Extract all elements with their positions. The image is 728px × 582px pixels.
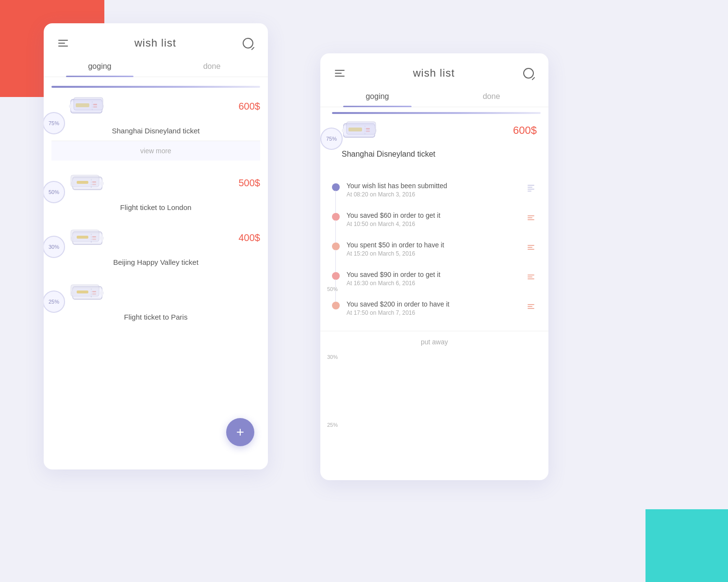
left-phone-card: wish list goging done 75% [44, 23, 268, 469]
ticket-icon-3 [69, 226, 104, 249]
progress-badge-3: 30% [44, 236, 65, 258]
ticket-icon-2 [69, 171, 104, 194]
right-tab-done[interactable]: done [434, 87, 548, 107]
right-phone-card: wish list goging done 75% [320, 53, 548, 480]
svg-rect-26 [71, 230, 99, 242]
svg-point-6 [69, 104, 73, 108]
right-tab-goging[interactable]: goging [320, 87, 434, 107]
right-progress-badge: 75% [320, 128, 343, 150]
timeline-dot-3 [332, 242, 340, 250]
timeline-dot-1 [332, 183, 340, 191]
svg-rect-8 [74, 97, 103, 110]
svg-rect-44 [347, 122, 376, 134]
view-more-btn[interactable]: view more [51, 141, 260, 161]
right-menu-icon[interactable] [335, 70, 345, 77]
expand-bar-1 [51, 86, 260, 88]
search-icon[interactable] [243, 38, 253, 48]
item-price-3: 400$ [239, 232, 261, 243]
list-item-3[interactable]: 30% 400$ Beijing Happy Valley ticket [51, 221, 260, 272]
tab-goging[interactable]: goging [44, 57, 156, 77]
svg-rect-17 [71, 175, 99, 187]
timeline-content-3: You spent $50 in order to have it At 15:… [347, 241, 519, 257]
left-tabs: goging done [44, 57, 268, 77]
timeline: Your wish list has been submitted At 08:… [320, 167, 548, 331]
list-item-2[interactable]: 50% 500$ Flight ticket to London [51, 166, 260, 217]
timeline-dot-5 [332, 302, 340, 309]
timeline-item-1: Your wish list has been submitted At 08:… [332, 175, 537, 205]
right-title: wish list [413, 67, 455, 80]
left-list: 75% 600$ Sha [44, 77, 268, 336]
progress-badge-4: 25% [44, 291, 65, 313]
svg-point-34 [100, 291, 104, 295]
ticket-icon-4 [69, 281, 104, 304]
right-item-name: Shanghai Disneyland ticket [332, 147, 541, 165]
right-side-badge-50: 50% [325, 286, 340, 292]
item-name-3: Beijing Happy Valley ticket [51, 254, 260, 272]
timeline-dot-2 [332, 213, 340, 221]
right-header: wish list [320, 53, 548, 87]
corner-teal-accent [645, 509, 728, 582]
right-ticket-icon [342, 119, 377, 142]
item-name-1: Shanghai Disneyland ticket [51, 123, 260, 141]
put-away-btn[interactable]: put away [320, 331, 548, 353]
lines-icon-4 [526, 272, 537, 282]
timeline-dot-4 [332, 272, 340, 280]
item-name-4: Flight ticket to Paris [51, 309, 260, 327]
svg-point-16 [100, 181, 104, 185]
timeline-item-3: You spent $50 in order to have it At 15:… [332, 234, 537, 264]
timeline-item-2: You saved $60 in order to get it At 10:5… [332, 205, 537, 234]
tab-done[interactable]: done [156, 57, 268, 77]
lines-icon-2 [526, 212, 537, 223]
timeline-item-4: You saved $90 in order to get it At 16:3… [332, 264, 537, 293]
timeline-content-5: You saved $200 in order to have it At 17… [347, 300, 519, 316]
right-search-icon[interactable] [523, 68, 534, 79]
svg-point-42 [342, 129, 346, 132]
left-title: wish list [134, 37, 176, 49]
timeline-item-5: You saved $200 in order to have it At 17… [332, 293, 537, 323]
menu-icon[interactable] [58, 40, 68, 47]
progress-badge-1: 75% [44, 112, 65, 134]
right-tabs: goging done [320, 87, 548, 107]
progress-badge-2: 50% [44, 181, 65, 203]
lines-icon-5 [526, 301, 537, 312]
timeline-content-2: You saved $60 in order to get it At 10:5… [347, 211, 519, 227]
item-name-2: Flight ticket to London [51, 199, 260, 217]
ticket-icon-1 [69, 95, 104, 118]
svg-point-25 [100, 236, 104, 240]
list-item-1[interactable]: 75% 600$ Sha [51, 86, 260, 161]
right-item-price: 600$ [513, 124, 537, 137]
svg-rect-35 [71, 285, 99, 296]
timeline-content-1: Your wish list has been submitted At 08:… [347, 182, 519, 198]
item-price-1: 600$ [239, 101, 261, 112]
item-price-2: 500$ [239, 178, 261, 189]
left-header: wish list [44, 23, 268, 57]
doc-icon-1 [526, 183, 537, 194]
lines-icon-3 [526, 242, 537, 253]
fab-button[interactable]: + [226, 418, 254, 446]
list-item-4[interactable]: 25% Flight ticket to Paris [51, 276, 260, 327]
right-side-badge-25: 25% [325, 422, 340, 428]
timeline-content-4: You saved $90 in order to get it At 16:3… [347, 271, 519, 287]
right-side-badge-30: 30% [325, 354, 340, 360]
right-expanded-card: 75% 600$ Shanghai Disneyland ticket [332, 112, 541, 165]
